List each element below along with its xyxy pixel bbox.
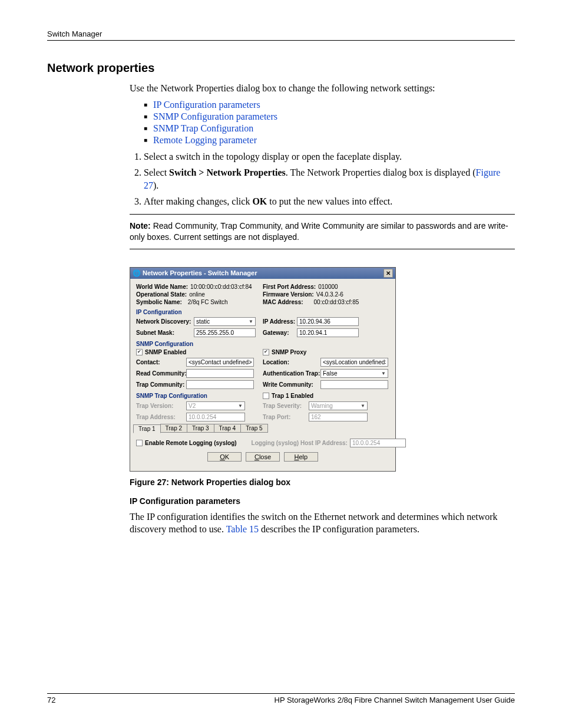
- dialog-title: 🌐 Network Properties - Switch Manager: [133, 269, 257, 277]
- intro-paragraph: Use the Network Properties dialog box to…: [130, 82, 515, 95]
- enable-remote-logging-checkbox[interactable]: [136, 440, 143, 446]
- read-community-input[interactable]: [186, 369, 254, 378]
- figure-caption: Figure 27: Network Properties dialog box: [130, 477, 515, 487]
- network-properties-dialog: 🌐 Network Properties - Switch Manager ✕ …: [130, 267, 396, 472]
- network-discovery-select[interactable]: static▼: [194, 317, 256, 326]
- trap-version-select: V2▼: [186, 401, 245, 410]
- chevron-down-icon: ▼: [361, 403, 365, 409]
- link-remote-logging[interactable]: Remote Logging parameter: [153, 135, 257, 145]
- link-snmp-config[interactable]: SNMP Configuration parameters: [153, 111, 277, 121]
- chevron-down-icon: ▼: [249, 319, 253, 324]
- step-2: Select Switch > Network Properties. The …: [144, 166, 515, 192]
- running-header: Switch Manager: [47, 29, 515, 38]
- note-text: Read Community, Trap Community, and Writ…: [130, 221, 508, 242]
- tab-trap5[interactable]: Trap 5: [240, 424, 268, 433]
- footer-rule: [47, 693, 515, 694]
- snmp-proxy-checkbox[interactable]: [263, 349, 269, 355]
- section-heading: Network properties: [47, 61, 515, 75]
- location-input[interactable]: [320, 358, 388, 367]
- snmp-enabled-checkbox[interactable]: [136, 349, 143, 355]
- trap-tabs: Trap 1 Trap 2 Trap 3 Trap 4 Trap 5: [133, 424, 389, 433]
- note-label: Note:: [130, 221, 151, 230]
- step-1: Select a switch in the topology display …: [144, 150, 515, 163]
- trap-port-input: [309, 413, 368, 421]
- tab-trap4[interactable]: Trap 4: [214, 424, 242, 433]
- ordered-steps: Select a switch in the topology display …: [130, 150, 515, 208]
- step-3: After making changes, click OK to put th…: [144, 195, 515, 208]
- ip-address-input[interactable]: [297, 317, 359, 326]
- link-ip-config[interactable]: IP Configuration parameters: [153, 100, 260, 110]
- link-snmp-trap[interactable]: SNMP Trap Configuration: [153, 123, 253, 133]
- trap-severity-select: Warning▼: [309, 401, 368, 410]
- syslog-host-input: [350, 439, 406, 447]
- trap1-enabled-checkbox[interactable]: [263, 393, 269, 399]
- subsection-heading: IP Configuration parameters: [130, 496, 515, 506]
- link-table-15[interactable]: Table 15: [226, 524, 259, 534]
- trap-community-input[interactable]: [186, 380, 254, 389]
- auth-trap-select[interactable]: False▼: [320, 369, 388, 378]
- footer-title: HP StorageWorks 2/8q Fibre Channel Switc…: [275, 696, 515, 704]
- close-button[interactable]: Close: [246, 452, 280, 462]
- ip-config-section: IP Configuration: [136, 309, 389, 315]
- help-button[interactable]: Help: [284, 452, 318, 462]
- tab-trap3[interactable]: Trap 3: [187, 424, 214, 433]
- tab-trap2[interactable]: Trap 2: [160, 424, 188, 433]
- trap-config-section: SNMP Trap Configuration: [136, 393, 207, 399]
- write-community-input[interactable]: [320, 380, 388, 389]
- chevron-down-icon: ▼: [381, 371, 386, 376]
- bullet-list: IP Configuration parameters SNMP Configu…: [130, 100, 515, 146]
- page-number: 72: [47, 696, 55, 704]
- header-rule: [47, 40, 515, 41]
- contact-input[interactable]: [186, 358, 254, 367]
- subnet-mask-input[interactable]: [194, 328, 256, 337]
- gateway-input[interactable]: [297, 328, 359, 337]
- trap-address-input: [186, 413, 245, 421]
- ok-button[interactable]: OK: [207, 452, 242, 462]
- note-block: Note: Read Community, Trap Community, an…: [130, 214, 515, 249]
- subsection-paragraph: The IP configuration identifies the swit…: [130, 510, 515, 536]
- close-icon[interactable]: ✕: [384, 269, 393, 278]
- tab-trap1[interactable]: Trap 1: [133, 424, 161, 433]
- chevron-down-icon: ▼: [238, 403, 243, 409]
- snmp-config-section: SNMP Configuration: [136, 341, 389, 347]
